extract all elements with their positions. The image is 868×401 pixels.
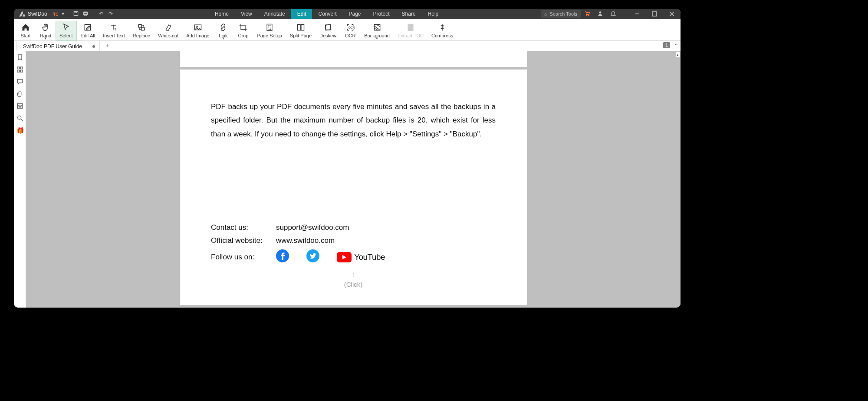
- select-icon: [62, 22, 70, 33]
- crop-icon: [239, 22, 247, 33]
- ribbon-background[interactable]: Background▼: [360, 21, 394, 41]
- youtube-link[interactable]: YouTube: [337, 252, 385, 262]
- svg-rect-33: [17, 70, 20, 72]
- undo-icon[interactable]: ↶: [96, 11, 106, 17]
- addimage-icon: [194, 22, 202, 33]
- youtube-icon: [337, 252, 352, 262]
- menu-view[interactable]: View: [235, 9, 258, 19]
- close-button[interactable]: [663, 9, 681, 19]
- scroll-up-button[interactable]: ▴: [676, 52, 680, 57]
- svg-rect-35: [17, 103, 22, 109]
- ribbon-ocr[interactable]: OCROCR: [340, 21, 360, 41]
- ribbon-pagesetup[interactable]: Page Setup: [253, 21, 286, 41]
- app-name: SwifDoo: [28, 11, 47, 17]
- document-viewport[interactable]: PDF backs up your PDF documents every fi…: [26, 51, 681, 308]
- svg-point-17: [196, 26, 197, 27]
- ribbon-crop[interactable]: Crop: [233, 21, 253, 41]
- account-icon[interactable]: [594, 10, 607, 18]
- pagesetup-icon: [265, 22, 274, 33]
- editall-icon: [83, 22, 92, 33]
- redo-icon[interactable]: ↷: [106, 11, 115, 17]
- page-number-badge[interactable]: 1: [663, 42, 670, 48]
- follow-label: Follow us on:: [211, 253, 276, 262]
- svg-point-5: [586, 15, 587, 16]
- menu-edit[interactable]: Edit: [291, 9, 312, 19]
- ribbon-hand[interactable]: Hand▼: [36, 21, 56, 41]
- menu-protect[interactable]: Protect: [367, 9, 396, 19]
- facebook-icon[interactable]: [276, 249, 289, 265]
- cart-icon[interactable]: [581, 10, 594, 18]
- contact-email: support@swifdoo.com: [276, 223, 349, 232]
- svg-point-7: [599, 11, 602, 13]
- app-menu-dropdown-icon[interactable]: ▼: [61, 12, 65, 16]
- gift-icon[interactable]: 🎁: [16, 127, 23, 134]
- svg-rect-23: [326, 25, 331, 30]
- ribbon-splitpage[interactable]: Split Page: [286, 21, 316, 41]
- ribbon-addimage[interactable]: Add Image: [182, 21, 213, 41]
- bell-icon[interactable]: [607, 10, 620, 18]
- new-tab-button[interactable]: +: [103, 40, 112, 51]
- twitter-icon[interactable]: [306, 249, 319, 265]
- comments-panel-icon[interactable]: [16, 78, 23, 85]
- svg-rect-14: [138, 24, 141, 27]
- website-url: www.swifdoo.com: [276, 236, 335, 245]
- menu-annotate[interactable]: Annotate: [258, 9, 291, 19]
- page-current: PDF backs up your PDF documents every fi…: [180, 70, 527, 305]
- svg-point-6: [589, 15, 589, 16]
- hand-icon: [41, 22, 50, 33]
- splitpage-icon: [296, 22, 305, 33]
- ribbon-whiteout[interactable]: White-out: [154, 21, 182, 41]
- minimize-button[interactable]: [628, 9, 646, 19]
- ribbon-deskew[interactable]: Deskew: [316, 21, 340, 41]
- svg-rect-22: [325, 24, 331, 30]
- app-logo-icon: [18, 10, 26, 18]
- search-tools-field[interactable]: ⌕ Search Tools: [541, 10, 581, 18]
- document-tab-strip: SwifDoo PDF User Guide + 1 ⌃: [14, 41, 681, 51]
- save-icon[interactable]: [71, 10, 81, 18]
- search-icon: ⌕: [544, 11, 547, 17]
- thumbnails-panel-icon[interactable]: [16, 66, 23, 73]
- maximize-button[interactable]: [646, 9, 663, 19]
- click-hint: ↑ (Click): [211, 271, 496, 288]
- ribbon-select[interactable]: Select: [56, 21, 77, 41]
- ribbon-inserttext[interactable]: BInsert Text: [99, 21, 129, 41]
- collapse-ribbon-button[interactable]: ⌃: [674, 43, 678, 48]
- menu-help[interactable]: Help: [422, 9, 445, 19]
- bookmark-panel-icon[interactable]: [16, 54, 23, 61]
- replace-icon: [137, 22, 146, 33]
- search-placeholder: Search Tools: [550, 11, 577, 17]
- svg-rect-20: [297, 24, 300, 30]
- search-panel-icon[interactable]: [16, 115, 23, 122]
- ribbon-replace[interactable]: Replace: [129, 21, 154, 41]
- contact-label: Contact us:: [211, 223, 276, 232]
- menu-convert[interactable]: Convert: [312, 9, 342, 19]
- ocr-icon: OCR: [346, 22, 355, 33]
- document-modified-dot-icon: [92, 45, 95, 48]
- start-icon: [21, 22, 30, 33]
- menu-share[interactable]: Share: [396, 9, 422, 19]
- svg-rect-31: [17, 67, 20, 69]
- extracttoc-icon: [406, 22, 415, 33]
- document-tab[interactable]: SwifDoo PDF User Guide: [16, 41, 100, 51]
- svg-text:OCR: OCR: [349, 26, 355, 29]
- menu-home[interactable]: Home: [209, 9, 235, 19]
- link-icon: [219, 22, 227, 33]
- attachments-panel-icon[interactable]: [16, 90, 23, 97]
- main-menu: HomeViewAnnotateEditConvertPageProtectSh…: [115, 9, 538, 19]
- website-label: Official website:: [211, 236, 276, 245]
- body-paragraph: PDF backs up your PDF documents every fi…: [211, 100, 496, 141]
- svg-rect-32: [20, 67, 23, 69]
- ribbon-start[interactable]: Start: [16, 21, 36, 41]
- whiteout-icon: [164, 22, 173, 33]
- word-export-icon[interactable]: [16, 103, 23, 109]
- print-icon[interactable]: [81, 10, 90, 18]
- ribbon-link[interactable]: Link▼: [213, 21, 233, 41]
- ribbon-editall[interactable]: Edit All: [77, 21, 99, 41]
- svg-rect-19: [268, 25, 271, 30]
- menu-page[interactable]: Page: [343, 9, 367, 19]
- ribbon-compress[interactable]: Compress: [427, 21, 457, 41]
- svg-rect-15: [141, 27, 145, 30]
- svg-rect-34: [20, 70, 23, 72]
- work-area: 🎁 PDF backs up your PDF documents every …: [14, 51, 681, 308]
- side-panel: 🎁: [14, 51, 26, 308]
